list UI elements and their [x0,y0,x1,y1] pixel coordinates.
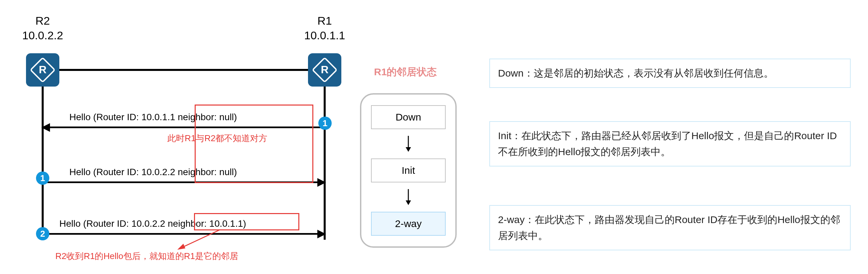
arrow-right-icon [316,229,326,239]
badge-r1-1: 1 [318,116,332,130]
desc-down: Down：这是邻居的初始状态，表示没有从邻居收到任何信息。 [489,59,851,88]
router-r2-label: R2 10.0.2.2 [16,13,69,43]
lifeline-r2 [42,87,44,240]
router-r1-name: R1 [294,13,355,28]
svg-line-7 [180,230,220,248]
badge-r2-1: 1 [36,171,49,185]
svg-marker-8 [177,244,185,250]
svg-marker-6 [317,230,326,238]
desc-init: Init：在此状态下，路由器已经从邻居收到了Hello报文，但是自己的Route… [489,121,851,167]
svg-text:R: R [39,64,46,76]
states-title: R1的邻居状态 [374,65,437,79]
lifeline-r1 [324,87,326,240]
svg-marker-12 [406,200,411,205]
arrow-down-icon [404,136,412,152]
router-r1-icon: R [308,53,341,87]
badge-r2-2: 2 [36,227,49,240]
svg-marker-10 [406,147,411,152]
router-r2-icon: R [26,53,59,87]
annotation-2: R2收到R1的Hello包后，就知道的R1是它的邻居 [55,250,238,262]
msg-2-text: Hello (Router ID: 10.0.2.2 neighbor: nul… [69,167,237,177]
arrow-down-icon [404,189,412,205]
router-r1-ip: 10.0.1.1 [294,28,355,43]
msg-3-text: Hello (Router ID: 10.0.2.2 neighbor: 10.… [59,218,246,229]
svg-marker-5 [317,178,326,187]
state-down: Down [371,105,446,129]
top-link [59,69,308,71]
router-r1-label: R1 10.0.1.1 [294,13,355,43]
svg-text:R: R [321,64,328,76]
msg-1-text: Hello (Router ID: 10.0.1.1 neighbor: nul… [69,112,237,123]
desc-2way: 2-way：在此状态下，路由器发现自己的Router ID存在于收到的Hello… [489,205,851,250]
svg-marker-4 [41,123,50,132]
arrow-left-icon [41,123,51,133]
annotation-1: 此时R1与R2都不知道对方 [167,133,267,144]
diagram-root: R2 10.0.2.2 R1 10.0.1.1 R R Hello (Route… [0,0,868,274]
state-init: Init [371,159,446,182]
router-r2-ip: 10.0.2.2 [16,28,69,43]
arrow-right-icon [316,177,326,187]
router-r2-name: R2 [16,13,69,28]
states-panel: Down Init 2-way [360,93,457,248]
state-2way: 2-way [371,212,446,236]
